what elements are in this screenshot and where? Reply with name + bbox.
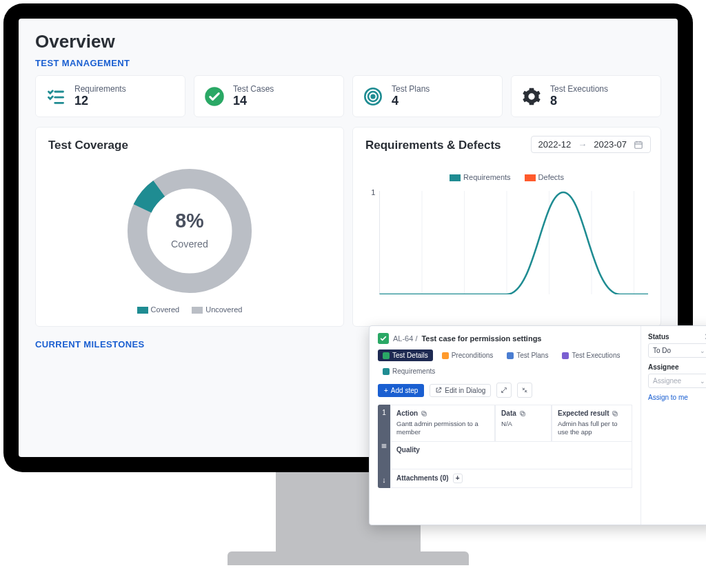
assign-to-me-link[interactable]: Assign to me (648, 394, 706, 401)
copy-icon[interactable] (421, 410, 427, 417)
collapse-icon (521, 387, 528, 394)
step-data-cell[interactable]: Data N/A (495, 405, 552, 442)
legend-requirements-label: Requirements (463, 173, 510, 181)
step-gutter: 1 ↓ (378, 405, 390, 488)
expected-col-text: Admin has full per to use the app (558, 420, 626, 437)
attachments-label: Attachments (0) (396, 474, 449, 482)
donut-chart: 8% Covered (121, 162, 259, 300)
tab-preconditions[interactable]: Preconditions (437, 349, 498, 361)
action-col-header: Action (396, 409, 418, 417)
req-dot-icon (383, 368, 390, 375)
list-icon (381, 443, 387, 449)
panel-test-coverage: Test Coverage 8% Covered Covered Uncover… (35, 127, 344, 327)
dialog-header: AL-64 / Test case for permission setting… (378, 333, 632, 344)
dialog-toolbar: + Add step Edit in Dialog (378, 383, 632, 398)
stat-testplans-value: 4 (392, 94, 430, 108)
tab-test-plans[interactable]: Test Plans (502, 349, 553, 361)
stat-testexecs-value: 8 (550, 94, 608, 108)
svg-rect-9 (635, 141, 643, 148)
quality-row[interactable]: Quality (390, 442, 632, 469)
stat-testcases-value: 14 (233, 94, 274, 108)
collapse-button[interactable] (517, 383, 532, 398)
stat-testexecs-card[interactable]: Test Executions 8 (511, 75, 661, 117)
arrow-right-icon: → (578, 139, 587, 150)
stat-requirements-value: 12 (74, 94, 126, 108)
step-row: 1 ↓ Action Gantt admin permission to a m… (378, 405, 632, 488)
check-circle-icon (204, 86, 225, 107)
donut-caption: Covered (171, 239, 208, 250)
checklist-icon (46, 86, 66, 107)
stat-testplans-card[interactable]: Test Plans 4 (352, 75, 503, 117)
chevron-down-icon: ⌄ (700, 378, 705, 385)
target-icon (363, 86, 383, 107)
plus-icon: + (384, 387, 388, 394)
stats-row: Requirements 12 Test Cases 14 (35, 75, 661, 117)
stat-requirements-label: Requirements (74, 84, 126, 94)
expand-icon (501, 387, 507, 394)
tab-requirements[interactable]: Requirements (378, 365, 440, 377)
svg-rect-28 (614, 412, 618, 416)
copy-icon[interactable] (519, 410, 526, 417)
plus-icon[interactable]: + (453, 474, 463, 483)
precond-dot-icon (442, 352, 449, 359)
line-chart-legend: Requirements Defects (365, 173, 648, 181)
legend-uncovered-label: Uncovered (205, 305, 242, 314)
step-expected-cell[interactable]: Expected result Admin has full per to us… (552, 405, 632, 442)
expected-col-header: Expected result (558, 409, 609, 417)
assignee-select[interactable]: Assignee ⌄ (648, 374, 706, 388)
edit-in-dialog-button[interactable]: Edit in Dialog (430, 384, 491, 397)
stat-testcases-label: Test Cases (233, 84, 274, 94)
panel-requirements-defects: Requirements & Defects 2022-12 → 2023-07… (352, 127, 661, 327)
legend-covered-label: Covered (151, 305, 180, 314)
calendar-icon (634, 140, 643, 150)
stat-testexecs-label: Test Executions (550, 84, 608, 94)
section-test-management: TEST MANAGEMENT (35, 58, 661, 68)
svg-rect-26 (521, 412, 525, 416)
svg-rect-29 (613, 411, 616, 414)
assignee-label: Assignee (648, 363, 706, 371)
external-icon (435, 387, 442, 394)
breadcrumb[interactable]: AL-64 / (393, 334, 417, 343)
test-case-dialog: ✕ AL-64 / Test case for permission setti… (369, 325, 706, 525)
status-select[interactable]: To Do ⌄ (648, 343, 706, 358)
y-axis-tick: 1 (371, 188, 375, 196)
exec-dot-icon (562, 352, 569, 359)
panel-title-coverage: Test Coverage (48, 139, 331, 152)
legend-defects-label: Defects (538, 173, 564, 181)
attachments-row[interactable]: Attachments (0) + (390, 469, 632, 488)
chevron-down-icon: ⌄ (700, 347, 705, 354)
dialog-sidebar: Status To Do ⌄ Assignee Assignee ⌄ Assig… (641, 326, 706, 525)
check-dot-icon (383, 352, 390, 359)
action-col-text: Gantt admin permission to a member (396, 420, 489, 437)
tab-test-details[interactable]: Test Details (378, 349, 433, 361)
dialog-title: Test case for permission settings (421, 334, 541, 343)
line-chart: 1 (365, 184, 648, 294)
page-title: Overview (35, 31, 661, 52)
stat-testplans-label: Test Plans (392, 84, 430, 94)
stat-testcases-card[interactable]: Test Cases 14 (194, 75, 344, 117)
donut-percent: 8% (175, 210, 203, 232)
svg-rect-25 (422, 411, 425, 414)
step-number: 1 (382, 409, 386, 416)
date-range-picker[interactable]: 2022-12 → 2023-07 (531, 136, 651, 153)
testcase-badge-icon (378, 333, 389, 344)
dialog-tabs: Test Details Preconditions Test Plans Te… (378, 349, 632, 377)
step-action-cell[interactable]: Action Gantt admin permission to a membe… (390, 405, 495, 442)
status-label: Status (648, 333, 706, 341)
gear-icon (521, 86, 542, 107)
svg-rect-27 (520, 411, 523, 414)
tab-test-executions[interactable]: Test Executions (557, 349, 625, 361)
add-step-button[interactable]: + Add step (378, 384, 424, 397)
arrow-down-icon: ↓ (382, 476, 386, 484)
date-to: 2023-07 (594, 139, 627, 150)
plans-dot-icon (507, 352, 514, 359)
data-col-header: Data (501, 409, 516, 417)
date-from: 2022-12 (538, 139, 572, 150)
data-col-text: N/A (501, 420, 545, 428)
expand-button[interactable] (496, 383, 512, 398)
stat-requirements-card[interactable]: Requirements 12 (35, 75, 185, 117)
donut-legend: Covered Uncovered (137, 305, 243, 314)
copy-icon[interactable] (612, 410, 618, 417)
svg-point-6 (372, 94, 375, 98)
svg-rect-24 (423, 412, 426, 416)
